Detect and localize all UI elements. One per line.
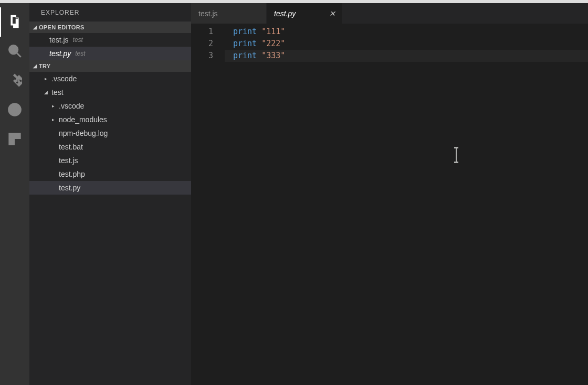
tab-label: test.py xyxy=(274,9,296,18)
tree-file[interactable]: test.bat xyxy=(29,140,191,154)
tree-file[interactable]: npm-debug.log xyxy=(29,126,191,140)
tree-file[interactable]: test.php xyxy=(29,167,191,181)
open-editor-item[interactable]: test.jstest xyxy=(29,33,191,47)
svg-rect-4 xyxy=(15,133,20,138)
chevron-right-icon: ▸ xyxy=(49,103,57,109)
tree-item-label: test.js xyxy=(59,156,78,165)
svg-rect-5 xyxy=(9,140,14,144)
editor-group: test.js✕test.py✕ 123 print "111"print "2… xyxy=(191,3,588,385)
open-editor-item[interactable]: test.pytest xyxy=(29,47,191,60)
tab-bar: test.js✕test.py✕ xyxy=(191,3,588,24)
open-editors-list: test.jstesttest.pytest xyxy=(29,33,191,60)
chevron-down-icon: ◢ xyxy=(32,63,39,69)
editor-body[interactable]: 123 print "111"print "222"print "333" xyxy=(191,24,588,385)
chevron-down-icon: ◢ xyxy=(32,25,39,30)
code-area[interactable]: print "111"print "222"print "333" xyxy=(225,24,588,385)
open-editor-name: test.py xyxy=(49,49,71,58)
text-cursor-icon xyxy=(456,148,457,162)
activity-bar xyxy=(0,3,29,385)
open-editor-desc: test xyxy=(75,50,85,57)
main-area: EXPLORER ◢ OPEN EDITORS test.jstesttest.… xyxy=(0,3,588,385)
files-icon xyxy=(7,14,22,30)
git-icon xyxy=(7,73,22,89)
open-editors-label: OPEN EDITORS xyxy=(39,24,85,30)
project-label: TRY xyxy=(39,63,51,69)
line-number: 2 xyxy=(191,38,225,50)
tree-folder[interactable]: ◢test xyxy=(29,85,191,99)
tree-folder[interactable]: ▸.vscode xyxy=(29,99,191,113)
chevron-right-icon: ▸ xyxy=(49,117,57,122)
svg-rect-3 xyxy=(9,133,14,138)
tree-item-label: .vscode xyxy=(51,74,77,83)
tree-item-label: npm-debug.log xyxy=(59,129,108,137)
activity-git[interactable] xyxy=(0,66,29,95)
current-line-highlight xyxy=(225,50,588,62)
svg-line-1 xyxy=(17,52,21,57)
line-number: 1 xyxy=(191,26,225,38)
project-header[interactable]: ◢ TRY xyxy=(29,60,191,72)
editor-tab[interactable]: test.py✕ xyxy=(267,3,342,24)
tree-item-label: test.php xyxy=(59,170,85,178)
open-editor-desc: test xyxy=(73,36,83,44)
tree-item-label: .vscode xyxy=(59,102,84,110)
tree-folder[interactable]: ▸node_modules xyxy=(29,113,191,126)
editor-tab[interactable]: test.js✕ xyxy=(191,3,267,24)
tree-item-label: test.bat xyxy=(59,143,83,151)
open-editors-header[interactable]: ◢ OPEN EDITORS xyxy=(29,22,191,33)
activity-extensions[interactable] xyxy=(0,125,29,154)
open-editor-name: test.js xyxy=(49,36,69,44)
extensions-icon xyxy=(7,132,22,148)
svg-point-0 xyxy=(9,45,18,54)
debug-icon xyxy=(7,102,22,119)
line-number-gutter: 123 xyxy=(191,24,225,385)
tab-label: test.js xyxy=(198,9,218,18)
code-line: print "111" xyxy=(233,26,588,38)
file-tree: ▸.vscode◢test▸.vscode▸node_modulesnpm-de… xyxy=(29,72,191,195)
activity-search[interactable] xyxy=(0,37,29,66)
sidebar-title: EXPLORER xyxy=(29,3,191,22)
sidebar: EXPLORER ◢ OPEN EDITORS test.jstesttest.… xyxy=(29,3,191,385)
line-number: 3 xyxy=(191,50,225,62)
chevron-right-icon: ▸ xyxy=(42,76,49,81)
tree-item-label: node_modules xyxy=(59,115,107,124)
tree-folder[interactable]: ▸.vscode xyxy=(29,72,191,85)
search-icon xyxy=(7,44,22,60)
tree-item-label: test.py xyxy=(59,184,80,192)
tree-item-label: test xyxy=(51,88,64,97)
activity-debug[interactable] xyxy=(0,95,29,125)
tree-file[interactable]: test.js xyxy=(29,154,191,167)
code-line: print "222" xyxy=(233,38,588,50)
close-icon[interactable]: ✕ xyxy=(328,9,337,18)
tree-file[interactable]: test.py xyxy=(29,181,191,195)
activity-explorer[interactable] xyxy=(0,7,29,37)
chevron-down-icon: ◢ xyxy=(42,90,49,95)
